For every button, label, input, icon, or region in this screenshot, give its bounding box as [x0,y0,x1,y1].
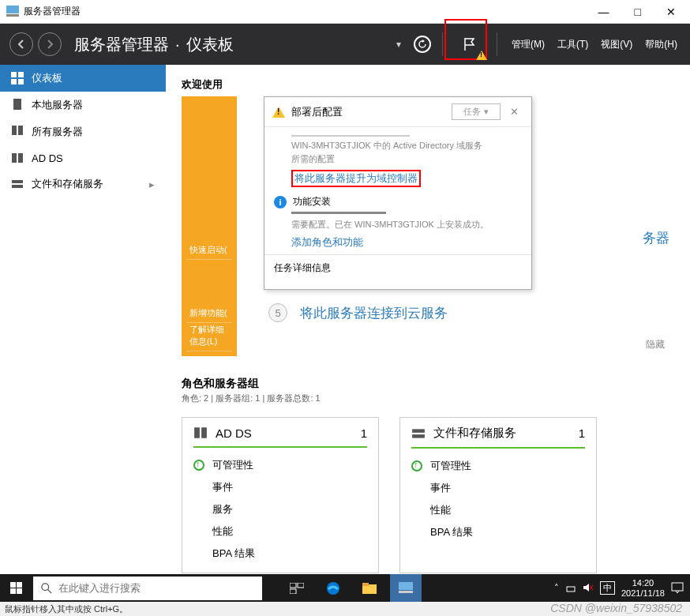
notif-tasks-button[interactable]: 任务 ▾ [452,103,501,120]
step-connect-cloud[interactable]: 5 将此服务器连接到云服务 [268,303,674,322]
maximize-button[interactable]: □ [627,6,649,18]
app-header: 服务器管理器 · 仪表板 ▾ 管理(M) 工具(T) 视图(V) 帮助(H) [0,24,690,65]
hide-link[interactable]: 隐藏 [237,333,674,356]
role-row[interactable]: 可管理性 [193,454,367,476]
server-manager-app-icon [6,6,19,18]
close-button[interactable]: ✕ [658,6,684,18]
file-explorer-icon[interactable] [354,574,385,602]
svg-rect-7 [12,126,17,135]
role-card-title: 文件和存储服务 [433,426,571,441]
system-tray: ˄ 中 14:20 2021/11/18 [554,578,690,597]
refresh-button[interactable] [414,36,431,53]
minimize-button[interactable]: — [591,6,617,18]
window-titlebar: 服务器管理器 — □ ✕ [0,0,690,24]
role-row-label: 事件 [212,480,233,494]
svg-rect-3 [18,72,24,77]
learn-more-label[interactable]: 了解详细信息(L) [186,323,232,351]
sidebar-item-all-servers[interactable]: 所有服务器 [0,118,166,145]
notifications-flag-button[interactable] [454,28,486,60]
forward-button[interactable] [38,32,62,56]
svg-rect-28 [362,583,369,586]
role-row-label: BPA 结果 [430,525,473,539]
chevron-down-icon: ▾ [484,107,489,117]
sidebar-item-local-server[interactable]: 本地服务器 [0,92,166,118]
role-row[interactable]: 性能 [411,499,585,521]
task-details-link[interactable]: 任务详细信息 [264,254,531,281]
role-row[interactable]: BPA 结果 [193,543,367,565]
start-button[interactable] [0,574,33,602]
back-button[interactable] [9,32,33,56]
menu-help[interactable]: 帮助(H) [642,38,681,51]
svg-rect-20 [17,588,22,594]
svg-rect-6 [13,99,21,110]
quick-start-area: 快速启动( 新增功能( 了解详细信息(L) 部署后配置 任务 ▾ ✕ [182,96,674,356]
clock-date: 2021/11/18 [621,588,665,598]
role-row[interactable]: BPA 结果 [411,521,585,543]
sidebar-item-file-storage[interactable]: 文件和存储服务 ▸ [0,171,166,197]
role-row-label: 服务 [212,502,233,516]
role-row-label: 性能 [212,524,233,539]
role-row-label: 事件 [430,481,451,495]
svg-rect-12 [12,185,23,188]
role-card-adds[interactable]: AD DS 1 可管理性 事件 服务 性能 BPA 结果 [182,417,379,573]
svg-rect-14 [201,427,207,438]
menu-manage[interactable]: 管理(M) [508,38,548,51]
role-row[interactable]: 性能 [193,520,367,543]
role-card-storage[interactable]: 文件和存储服务 1 可管理性 事件 性能 BPA 结果 [399,417,597,573]
sidebar-item-label: 本地服务器 [32,98,83,112]
orange-sidebar: 快速启动( 新增功能( 了解详细信息(L) [182,96,237,356]
storage-icon [411,426,426,441]
whats-new-label[interactable]: 新增功能( [186,260,232,323]
svg-rect-24 [298,583,304,588]
role-row[interactable]: 事件 [193,476,367,498]
sidebar-item-dashboard[interactable]: 仪表板 [0,65,166,92]
role-card-count: 1 [361,426,367,440]
role-separator [411,447,585,449]
step-label: 将此服务器连接到云服务 [300,304,448,322]
svg-rect-25 [290,589,296,594]
up-arrow-icon [411,460,422,471]
network-icon[interactable] [565,582,576,595]
up-arrow-icon [193,460,204,471]
role-separator [193,446,367,448]
chevron-right-icon: ▸ [149,178,155,190]
menu-view[interactable]: 视图(V) [598,38,636,51]
notif-line1: WIN-3MHT3GTJIOK 中的 Active Directory 域服务 [291,140,522,152]
svg-rect-18 [17,582,22,588]
svg-line-22 [48,589,51,592]
menu-tools[interactable]: 工具(T) [554,38,591,51]
role-row[interactable]: 服务 [193,498,367,520]
roles-title: 角色和服务器组 [182,377,674,391]
action-center-icon[interactable] [671,582,684,595]
server-manager-taskbar-icon[interactable] [390,574,422,602]
partial-text: 务器 [643,229,669,247]
quick-start-label[interactable]: 快速启动( [186,189,232,260]
svg-rect-23 [290,583,296,588]
svg-rect-15 [412,429,425,433]
promote-dc-link[interactable]: 将此服务器提升为域控制器 [291,170,522,187]
role-row-label: BPA 结果 [212,547,255,561]
taskbar-clock[interactable]: 14:20 2021/11/18 [621,578,665,597]
taskbar-search[interactable] [33,577,262,600]
volume-mute-icon[interactable] [583,582,594,595]
role-row[interactable]: 可管理性 [411,455,585,477]
task-view-button[interactable] [281,574,313,602]
search-input[interactable] [58,582,254,594]
feature-install-title: 功能安装 [293,195,331,208]
ime-indicator[interactable]: 中 [600,581,615,595]
svg-rect-10 [18,153,23,163]
header-dropdown-icon[interactable]: ▾ [393,39,404,50]
storage-icon [11,178,24,190]
warning-triangle-icon [272,107,285,118]
notif-close-button[interactable]: ✕ [505,106,523,118]
tray-chevron-up-icon[interactable]: ˄ [554,583,559,593]
clock-time: 14:20 [621,578,665,588]
svg-rect-30 [399,591,413,593]
adds-icon [11,152,24,164]
search-icon [41,583,52,594]
edge-icon[interactable] [317,574,349,602]
role-row[interactable]: 事件 [411,477,585,499]
divider [442,32,443,56]
add-roles-link[interactable]: 添加角色和功能 [291,235,522,250]
sidebar-item-adds[interactable]: AD DS [0,145,166,171]
